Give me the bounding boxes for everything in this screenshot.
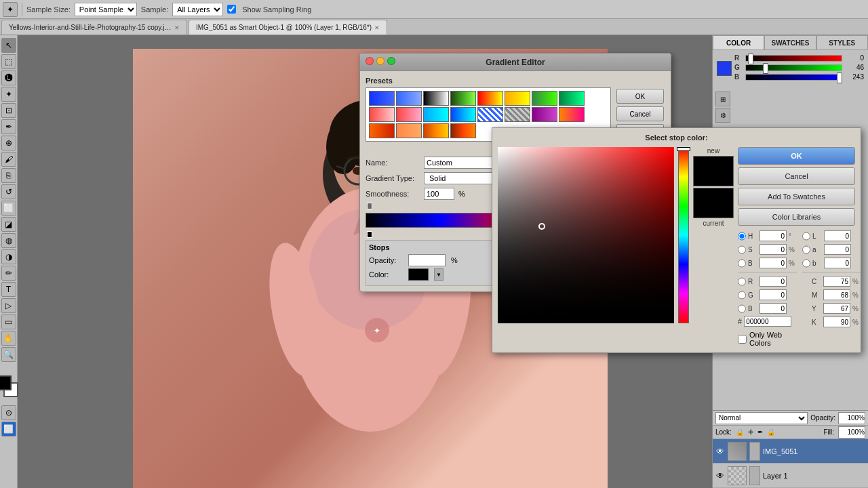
preset-11[interactable] [423, 107, 449, 122]
a-radio[interactable] [802, 245, 810, 254]
brush-lock[interactable]: ✒ [757, 428, 763, 436]
l-field-input[interactable]: 0 [824, 230, 851, 241]
magic-wand-tool[interactable]: ✦ [1, 87, 16, 102]
show-sampling-checkbox[interactable] [227, 5, 236, 14]
tab-img5051[interactable]: IMG_5051 as Smart Object-1 @ 100% (Layer… [189, 20, 387, 35]
preset-19[interactable] [423, 123, 449, 138]
l-radio[interactable] [802, 232, 810, 241]
blur-tool[interactable]: ◍ [1, 233, 16, 248]
s-radio[interactable] [738, 245, 746, 254]
blend-mode-select[interactable]: Normal [715, 412, 808, 424]
r-radio[interactable] [738, 277, 746, 286]
preset-3[interactable] [423, 91, 449, 106]
b-field-input[interactable]: 0 [760, 258, 787, 268]
c-field-input[interactable]: 75 [823, 276, 850, 287]
color-stop-dropdown[interactable]: ▼ [434, 268, 443, 281]
b2-radio[interactable] [738, 304, 746, 313]
color-tab[interactable]: COLOR [713, 35, 764, 50]
b2-field-input[interactable]: 0 [760, 303, 787, 314]
eraser-tool[interactable]: ⬜ [1, 201, 16, 216]
move-icon-lock[interactable]: ✛ [748, 428, 753, 436]
preset-10[interactable] [396, 107, 422, 122]
b3-radio[interactable] [802, 259, 810, 268]
preset-2[interactable] [396, 91, 422, 106]
move-tool[interactable]: ↖ [1, 38, 16, 53]
g-slider-track[interactable] [745, 64, 842, 71]
history-tool[interactable]: ↺ [1, 184, 16, 199]
preset-14[interactable] [505, 107, 530, 122]
hue-bar[interactable] [678, 147, 689, 323]
panel-icon-1[interactable]: ⊞ [715, 92, 730, 106]
r-field-input[interactable]: 0 [760, 276, 787, 287]
preset-8[interactable] [559, 91, 585, 106]
k-field-input[interactable]: 90 [823, 317, 850, 327]
g-slider-thumb[interactable] [763, 63, 768, 74]
preset-6[interactable] [505, 91, 530, 106]
dodge-tool[interactable]: ◑ [1, 249, 16, 264]
h-field-input[interactable]: 0 [760, 230, 787, 241]
heal-tool[interactable]: ⊕ [1, 136, 16, 150]
sample-select[interactable]: All Layers [172, 3, 223, 16]
text-tool[interactable]: T [1, 282, 16, 297]
eyedropper-tool[interactable]: ✒ [1, 119, 16, 134]
tab-close-img5051[interactable]: ✕ [374, 24, 380, 31]
g-radio[interactable] [738, 291, 746, 300]
preset-18[interactable] [396, 123, 422, 138]
lock-all[interactable]: 🔒 [767, 428, 775, 436]
b-slider-thumb[interactable] [837, 73, 842, 83]
color-picker-ok-btn[interactable]: OK [738, 147, 855, 165]
maximize-btn[interactable] [387, 57, 395, 65]
fill-field[interactable]: 100% [838, 426, 865, 439]
ge-cancel-btn[interactable]: Cancel [616, 106, 664, 121]
preset-17[interactable] [369, 123, 395, 138]
lock-icon[interactable]: 🔒 [736, 428, 744, 436]
tool-icon[interactable]: ✦ [3, 2, 18, 17]
preset-12[interactable] [450, 107, 476, 122]
preset-16[interactable] [559, 107, 585, 122]
b3-field-input[interactable]: 0 [824, 258, 851, 268]
layer-eye-img5051[interactable]: 👁 [715, 447, 725, 456]
screen-mode-btn[interactable]: ⬜ [1, 422, 16, 436]
s-field-input[interactable]: 0 [760, 244, 787, 255]
hex-input[interactable]: 000000 [744, 316, 791, 327]
sample-size-select[interactable]: Point Sample [75, 3, 137, 16]
b-slider-track[interactable] [745, 74, 842, 81]
layer-eye-layer1[interactable]: 👁 [715, 471, 725, 481]
layer-row-layer1[interactable]: 👁 Layer 1 [713, 464, 868, 488]
tab-close-yellows[interactable]: ✕ [174, 24, 180, 31]
g-field-input[interactable]: 0 [760, 289, 787, 300]
lasso-tool[interactable]: 🅛 [1, 70, 16, 85]
color-picker-cancel-btn[interactable]: Cancel [738, 167, 855, 185]
color-libraries-btn[interactable]: Color Libraries [738, 208, 855, 226]
preset-20[interactable] [450, 123, 476, 138]
y-field-input[interactable]: 67 [823, 303, 850, 314]
pen-tool[interactable]: ✏ [1, 266, 16, 281]
styles-tab[interactable]: STYLES [816, 35, 868, 50]
smoothness-input[interactable]: 100 [424, 188, 454, 200]
r-slider-thumb[interactable] [748, 54, 753, 64]
opacity-stop-input[interactable] [408, 254, 446, 266]
ge-ok-btn[interactable]: OK [616, 89, 664, 104]
color-stop-swatch[interactable] [408, 268, 429, 281]
opacity-field[interactable]: 100% [838, 412, 865, 424]
crop-tool[interactable]: ⊡ [1, 103, 16, 118]
shape-tool[interactable]: ▭ [1, 314, 16, 329]
b-radio[interactable] [738, 259, 746, 268]
only-web-checkbox[interactable] [738, 335, 747, 344]
preset-5[interactable] [477, 91, 503, 106]
clone-tool[interactable]: ⎘ [1, 168, 16, 183]
minimize-btn[interactable] [376, 57, 384, 65]
preset-1[interactable] [369, 91, 395, 106]
preset-9[interactable] [369, 107, 395, 122]
color-square[interactable] [498, 147, 674, 323]
h-radio[interactable] [738, 232, 746, 241]
preset-4[interactable] [450, 91, 476, 106]
gradient-tool[interactable]: ◪ [1, 217, 16, 232]
close-btn[interactable] [366, 57, 374, 65]
brush-tool[interactable]: 🖌 [1, 152, 16, 167]
tab-yellows[interactable]: Yellows-Interior-and-Still-Life-Photogra… [1, 20, 187, 35]
quick-mask-btn[interactable]: ⊙ [1, 405, 16, 420]
path-tool[interactable]: ▷ [1, 298, 16, 313]
color-stop-left[interactable] [367, 231, 372, 238]
color-swatch-main[interactable] [717, 61, 732, 76]
